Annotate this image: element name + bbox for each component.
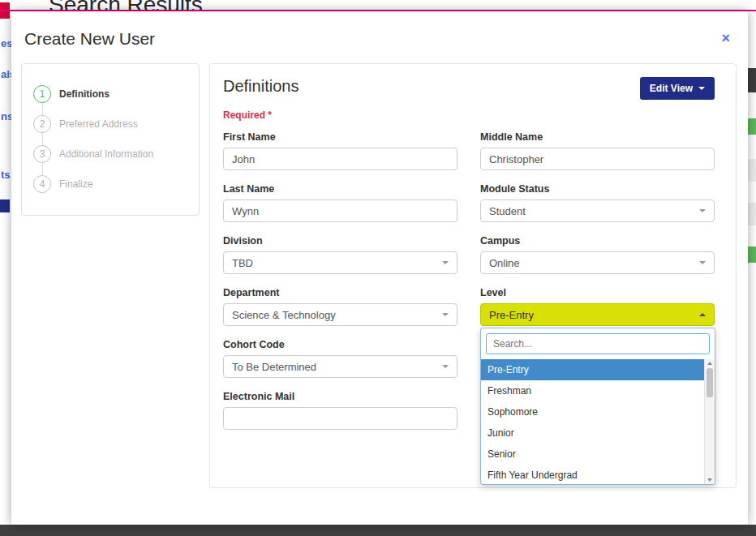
step-label: Preferred Address <box>59 118 138 130</box>
scroll-down-icon[interactable] <box>707 478 712 482</box>
step-number: 3 <box>33 145 51 163</box>
department-label: Department <box>223 287 457 299</box>
edit-view-label: Edit View <box>650 83 693 94</box>
step-number: 1 <box>33 85 51 103</box>
sidebar-box-fragment <box>0 199 10 212</box>
chevron-down-icon <box>442 261 449 264</box>
panel-header: Definitions Edit View <box>210 64 736 100</box>
module-status-label: Module Status <box>480 183 715 195</box>
chevron-down-icon <box>698 87 705 90</box>
step-connector <box>42 163 43 175</box>
electronic-mail-label: Electronic Mail <box>223 391 457 403</box>
cohort-code-label: Cohort Code <box>223 339 457 351</box>
division-select[interactable]: TBD <box>223 251 457 274</box>
department-group: Department Science & Technology <box>223 287 457 326</box>
division-group: Division TBD <box>223 235 457 274</box>
step-finalize[interactable]: 4 Finalize <box>33 175 187 193</box>
level-options-list: Pre-Entry Freshman Sophomore Junior Seni… <box>481 359 704 484</box>
background-row-fragment <box>748 203 756 225</box>
chevron-down-icon <box>699 261 706 264</box>
modal-backdrop <box>0 525 756 536</box>
background-green-button-fragment <box>748 247 756 263</box>
module-status-group: Module Status Student <box>480 183 715 222</box>
step-definitions[interactable]: 1 Definitions <box>33 85 187 103</box>
level-option-fifth-year-undergrad[interactable]: Fifth Year Undergrad <box>481 465 704 484</box>
step-preferred-address[interactable]: 2 Preferred Address <box>33 115 187 133</box>
level-group: Level Pre-Entry <box>480 287 715 326</box>
form-grid: First Name Last Name Division TBD Depart… <box>210 121 736 443</box>
scroll-up-icon[interactable] <box>707 362 712 365</box>
level-option-sophomore[interactable]: Sophomore <box>481 401 704 422</box>
scrollbar-thumb[interactable] <box>707 368 713 397</box>
first-name-input[interactable] <box>223 148 457 170</box>
modal-header: Create New User × <box>11 11 748 57</box>
step-connector <box>42 103 43 115</box>
campus-value: Online <box>489 257 520 269</box>
module-status-value: Student <box>489 205 526 217</box>
step-connector <box>42 133 43 145</box>
level-option-pre-entry[interactable]: Pre-Entry <box>481 359 704 380</box>
edit-view-button[interactable]: Edit View <box>640 77 715 100</box>
level-value: Pre-Entry <box>489 309 534 321</box>
electronic-mail-input[interactable] <box>223 407 457 430</box>
cohort-code-value: To Be Determined <box>232 361 316 373</box>
scrollbar[interactable] <box>704 359 715 484</box>
background-row-fragment <box>748 159 756 182</box>
last-name-input[interactable] <box>223 199 457 222</box>
chevron-down-icon <box>442 365 449 368</box>
level-dropdown-panel: Pre-Entry Freshman Sophomore Junior Seni… <box>480 328 715 485</box>
campus-group: Campus Online <box>480 235 715 274</box>
campus-label: Campus <box>480 235 715 247</box>
background-dark-fragment <box>748 68 756 92</box>
sidebar-item-fragment: ts <box>1 169 11 181</box>
first-name-group: First Name <box>223 131 457 170</box>
required-note: Required * <box>223 109 736 121</box>
division-value: TBD <box>232 257 253 269</box>
level-option-freshman[interactable]: Freshman <box>481 380 704 401</box>
form-column-left: First Name Last Name Division TBD Depart… <box>223 131 457 443</box>
middle-name-input[interactable] <box>480 148 715 170</box>
level-option-junior[interactable]: Junior <box>481 422 704 444</box>
level-search-input[interactable] <box>486 333 710 354</box>
middle-name-group: Middle Name <box>480 131 715 170</box>
background-green-button-fragment <box>748 118 756 135</box>
division-label: Division <box>223 235 457 247</box>
chevron-up-icon <box>699 313 706 316</box>
close-icon[interactable]: × <box>721 31 730 45</box>
modal-title: Create New User <box>24 29 732 49</box>
level-option-senior[interactable]: Senior <box>481 444 704 465</box>
step-label: Additional Information <box>59 148 153 160</box>
create-new-user-modal: Create New User × 1 Definitions 2 Prefer… <box>11 11 748 525</box>
step-label: Definitions <box>59 88 110 100</box>
last-name-group: Last Name <box>223 183 457 222</box>
module-status-select[interactable]: Student <box>480 199 715 222</box>
panel-title: Definitions <box>223 77 299 96</box>
step-additional-information[interactable]: 3 Additional Information <box>33 145 187 163</box>
level-options-area: Pre-Entry Freshman Sophomore Junior Seni… <box>481 359 715 484</box>
cohort-code-group: Cohort Code To Be Determined <box>223 339 457 378</box>
step-number: 2 <box>33 115 51 133</box>
electronic-mail-group: Electronic Mail <box>223 391 457 430</box>
chevron-down-icon <box>699 209 706 212</box>
chevron-down-icon <box>442 313 449 316</box>
wizard-stepper: 1 Definitions 2 Preferred Address 3 Addi… <box>21 63 200 216</box>
form-column-right: Middle Name Module Status Student Campus… <box>480 131 715 443</box>
campus-select[interactable]: Online <box>480 251 715 274</box>
department-value: Science & Technology <box>232 309 336 321</box>
level-label: Level <box>480 287 715 299</box>
cohort-code-select[interactable]: To Be Determined <box>223 355 457 378</box>
last-name-label: Last Name <box>223 183 457 195</box>
level-select[interactable]: Pre-Entry <box>480 303 715 326</box>
step-label: Finalize <box>59 178 92 190</box>
definitions-panel: Definitions Edit View Required * First N… <box>209 63 737 488</box>
department-select[interactable]: Science & Technology <box>223 303 457 326</box>
middle-name-label: Middle Name <box>480 131 715 144</box>
step-number: 4 <box>33 175 51 193</box>
first-name-label: First Name <box>223 131 457 144</box>
